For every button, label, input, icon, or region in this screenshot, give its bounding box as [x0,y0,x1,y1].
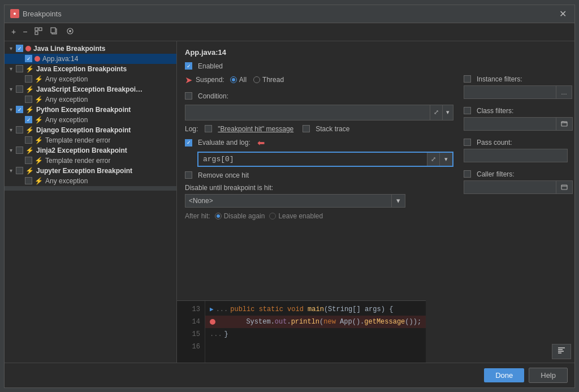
svg-rect-4 [51,28,55,33]
toolbar: + − [5,23,574,41]
evaluate-label[interactable]: Evaluate and log: ⬅ [185,137,265,148]
tree-item-js-exception[interactable]: ▾ ⚡ JavaScript Exception Breakpoints [5,84,176,94]
leave-enabled-option[interactable]: Leave enabled [269,212,323,220]
checkbox-js-any[interactable] [25,96,32,103]
close-button[interactable]: ✕ [557,8,569,19]
checkbox-java-line[interactable] [16,45,23,52]
checkbox-breakpoint-hit[interactable] [205,125,212,132]
tree-item-django-exception[interactable]: ▾ ⚡ Django Exception Breakpoint [5,125,176,135]
svg-rect-10 [558,349,563,350]
done-button[interactable]: Done [484,368,524,382]
tree-item-java-line[interactable]: ▾ Java Line Breakpoints [5,44,176,54]
code-content: ▶ ... public static void main (String[] … [205,301,426,363]
checkbox-js-exception[interactable] [16,85,23,93]
group-button[interactable] [32,25,45,38]
checkbox-java-any[interactable] [25,75,32,83]
checkbox-stack-trace[interactable] [303,125,310,132]
lightning-icon: ⚡ [25,126,34,134]
item-label: Java Line Breakpoints [33,45,105,53]
enabled-row: Enabled [185,62,453,70]
evaluate-input[interactable] [198,153,427,166]
condition-row: Condition: [185,90,453,100]
condition-dropdown-btn[interactable]: ▾ [443,105,453,120]
checkbox-enabled[interactable] [185,62,192,70]
checkbox-python-any[interactable] [25,116,32,123]
log-label: Log: [185,125,198,133]
pass-count-input[interactable] [464,149,568,162]
tree-item-python-any[interactable]: ⚡ Any exception [5,115,176,125]
leave-enabled-radio[interactable] [269,213,276,219]
checkbox-django-template[interactable] [25,136,32,144]
disable-select[interactable]: <None> [185,194,392,208]
tree-item-jinja2-exception[interactable]: ▾ ⚡ Jinja2 Exception Breakpoint [5,145,176,156]
format-btn[interactable] [552,344,571,359]
class-filter-input[interactable] [464,117,556,131]
checkbox-condition[interactable] [185,92,192,100]
copy-button[interactable] [47,25,61,38]
checkbox-evaluate[interactable] [185,139,192,147]
checkbox-python-exception[interactable] [16,106,23,113]
class-filter-btn[interactable] [556,117,573,131]
caller-filter-input[interactable] [464,180,556,194]
evaluate-dropdown-btn[interactable]: ▾ [439,153,452,166]
caller-filter-btn[interactable] [556,180,573,194]
stack-trace-label[interactable]: Stack trace [303,125,349,133]
condition-input[interactable] [185,105,430,120]
checkbox-jinja2-exception[interactable] [16,147,23,154]
tree-item-jupyter-exception[interactable]: ▾ ⚡ Jupyter Exception Breakpoint [5,166,176,176]
evaluate-expand-btn[interactable]: ⤢ [427,153,439,166]
breakpoint-hit-label[interactable]: "Breakpoint hit" message [205,125,293,133]
lightning-icon: ⚡ [25,167,34,175]
tree-item-jupyter-any[interactable]: ⚡ Any exception [5,176,176,186]
evaluate-arrow: ⬅ [257,137,265,148]
checkbox-instance[interactable] [464,75,471,83]
enabled-label[interactable]: Enabled [185,62,223,70]
pass-count-input-row [464,149,568,162]
tree-item-java-any[interactable]: ⚡ Any exception [5,74,176,84]
checkbox-jupyter-any[interactable] [25,177,32,184]
pass-count-label: Pass count: [464,139,568,147]
checkbox-django-exception[interactable] [16,126,23,133]
disable-again-radio[interactable] [215,213,222,219]
condition-label[interactable]: Condition: [185,90,241,100]
horizontal-scrollbar[interactable] [5,186,176,191]
expander-icon [16,157,24,165]
tree-item-django-template[interactable]: ⚡ Template render error [5,135,176,145]
thread-radio-btn[interactable] [253,76,260,83]
all-radio-btn[interactable] [230,76,237,83]
condition-expand-btn[interactable]: ⤢ [430,105,443,120]
checkbox-java-exception[interactable] [16,65,23,72]
code-line-15: ... } [205,328,426,341]
code-arrow-icon: ▶ [210,305,214,313]
instance-filter-input[interactable] [464,85,556,99]
checkbox-jupyter-exception[interactable] [16,167,23,174]
thread-radio-option[interactable]: Thread [253,76,284,84]
tree-item-app-java[interactable]: App.java:14 [5,54,176,64]
disable-select-wrap: <None> ▾ [185,194,405,208]
checkbox-caller[interactable] [464,170,471,178]
item-label: Template render error [45,136,110,144]
help-button[interactable]: Help [529,368,568,383]
tree-item-js-any[interactable]: ⚡ Any exception [5,94,176,105]
tree-item-java-exception[interactable]: ▾ ⚡ Java Exception Breakpoints [5,64,176,74]
checkbox-app-java[interactable] [25,55,32,62]
item-label: Any exception [45,75,88,83]
tree-item-jinja2-template[interactable]: ⚡ Template render error [5,156,176,166]
tree-item-python-exception[interactable]: ▾ ⚡ Python Exception Breakpoint [5,105,176,115]
all-radio-option[interactable]: All [230,76,247,84]
checkbox-remove[interactable] [185,171,192,179]
class-filters-label: Class filters: [464,107,568,115]
remove-once-hit-label[interactable]: Remove once hit [185,171,249,179]
select-arrow-icon[interactable]: ▾ [392,194,405,208]
checkbox-pass-count[interactable] [464,139,471,146]
checkbox-class[interactable] [464,107,471,114]
instance-filter-btn[interactable]: … [556,85,572,99]
expand-button[interactable] [63,25,77,38]
after-hit-label: After hit: [185,212,210,220]
line-num-14: 14 [177,316,205,328]
checkbox-jinja2-template[interactable] [25,157,32,164]
remove-button[interactable]: − [20,26,29,37]
code-panel-wrap: 13 14 15 16 ▶ ... public static void [177,300,574,363]
add-button[interactable]: + [9,26,18,37]
disable-again-option[interactable]: Disable again [215,212,265,220]
